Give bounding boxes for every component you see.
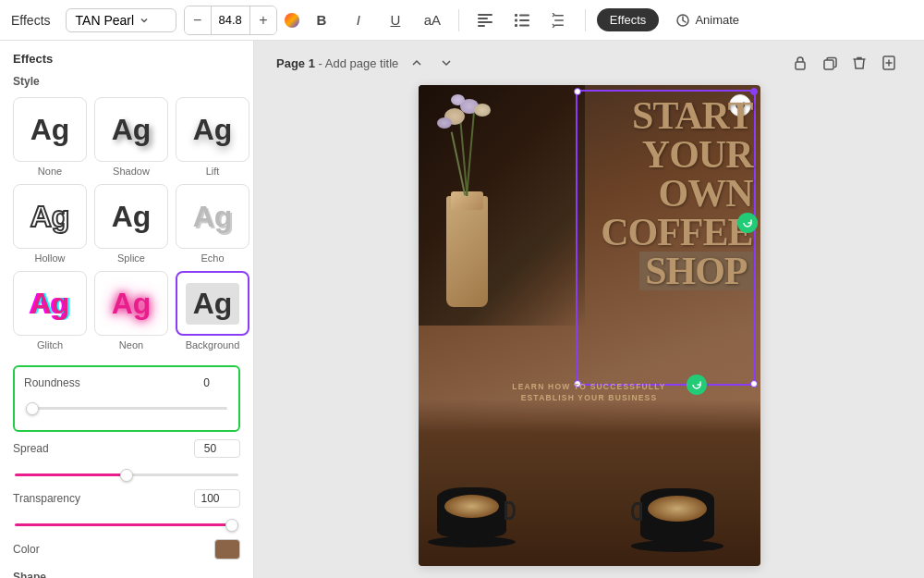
collab-icon-2 bbox=[737, 213, 758, 233]
collab-icon-1 bbox=[687, 375, 707, 395]
animate-button[interactable]: Animate bbox=[666, 8, 748, 32]
font-dropdown[interactable]: TAN Pearl bbox=[66, 8, 176, 32]
style-neon-ag: Ag bbox=[112, 287, 152, 321]
line-height-button[interactable] bbox=[544, 6, 574, 35]
style-background[interactable]: Ag Background bbox=[176, 271, 249, 350]
svg-rect-12 bbox=[554, 24, 564, 26]
svg-rect-10 bbox=[554, 15, 564, 17]
roundness-row: Roundness bbox=[24, 375, 229, 391]
font-size-increase-button[interactable]: + bbox=[250, 6, 276, 34]
effects-active-button[interactable]: Effects bbox=[597, 8, 660, 31]
transparency-label: Transparency bbox=[13, 492, 80, 505]
font-size-value: 84.8 bbox=[211, 6, 250, 34]
color-row: Color bbox=[13, 539, 240, 560]
style-none-preview[interactable]: Ag bbox=[13, 97, 87, 162]
style-hollow[interactable]: Ag Hollow bbox=[13, 184, 87, 264]
underline-button[interactable]: U bbox=[381, 6, 410, 35]
style-glitch[interactable]: Ag Glitch bbox=[13, 271, 87, 350]
style-neon[interactable]: Ag Neon bbox=[94, 271, 168, 350]
delete-button[interactable] bbox=[846, 50, 872, 76]
lock-button[interactable] bbox=[787, 50, 813, 76]
style-splice-label: Splice bbox=[117, 252, 145, 264]
svg-rect-3 bbox=[478, 25, 485, 27]
canvas-text-block[interactable]: START YOUR OWN COFFEE SHOP bbox=[578, 96, 753, 290]
bold-button[interactable]: B bbox=[307, 6, 336, 35]
color-picker-icon[interactable] bbox=[285, 13, 299, 28]
transparency-input[interactable] bbox=[194, 489, 240, 508]
coffee-cup-2 bbox=[640, 488, 723, 552]
canvas-card: START YOUR OWN COFFEE SHOP LEARN HOW TO … bbox=[419, 85, 760, 566]
roundness-label: Roundness bbox=[24, 376, 80, 389]
lock-icon bbox=[794, 55, 807, 70]
main-area: Effects Style Ag None Ag Shadow Ag bbox=[0, 41, 924, 578]
page-tools bbox=[787, 50, 902, 76]
transparency-slider[interactable] bbox=[15, 523, 238, 526]
style-none-label: None bbox=[38, 166, 62, 177]
floral-decoration bbox=[419, 85, 585, 326]
svg-rect-14 bbox=[796, 62, 805, 69]
shape-section-title: Shape bbox=[13, 571, 240, 578]
roundness-slider[interactable] bbox=[26, 407, 227, 410]
add-page-button[interactable] bbox=[876, 50, 902, 76]
page-label: Page 1 - Add page title bbox=[276, 56, 398, 70]
list-button[interactable] bbox=[507, 6, 537, 35]
align-left-icon bbox=[478, 14, 492, 27]
headline-coffee: COFFEE bbox=[578, 213, 753, 252]
spread-row: Spread bbox=[13, 439, 240, 458]
color-swatch[interactable] bbox=[214, 539, 240, 560]
page-up-button[interactable] bbox=[406, 52, 428, 74]
spread-input[interactable] bbox=[194, 439, 240, 458]
style-neon-label: Neon bbox=[119, 339, 143, 350]
spread-label: Spread bbox=[13, 442, 49, 455]
page-down-button[interactable] bbox=[435, 52, 457, 74]
roundness-input[interactable] bbox=[192, 375, 229, 391]
duplicate-button[interactable] bbox=[817, 50, 843, 76]
font-size-decrease-button[interactable]: − bbox=[185, 6, 211, 34]
style-splice[interactable]: Ag Splice bbox=[94, 184, 168, 264]
add-page-icon bbox=[882, 55, 895, 70]
style-echo-preview[interactable]: Ag bbox=[176, 184, 249, 249]
style-echo[interactable]: Ag Echo bbox=[176, 184, 249, 264]
style-neon-preview[interactable]: Ag bbox=[94, 271, 168, 336]
add-page-title[interactable]: - Add page title bbox=[319, 56, 399, 70]
coffee-cup-1 bbox=[437, 487, 516, 547]
style-grid: Ag None Ag Shadow Ag Lift bbox=[13, 97, 240, 350]
roundness-section: Roundness bbox=[13, 365, 240, 432]
style-lift[interactable]: Ag Lift bbox=[176, 97, 249, 177]
top-toolbar: Effects TAN Pearl − 84.8 + B I U aA Effe… bbox=[0, 0, 924, 41]
style-hollow-preview[interactable]: Ag bbox=[13, 184, 87, 249]
color-label: Color bbox=[13, 543, 40, 556]
animate-label: Animate bbox=[695, 13, 739, 27]
align-left-button[interactable] bbox=[470, 6, 500, 35]
svg-rect-1 bbox=[478, 18, 488, 19]
transparency-row: Transparency bbox=[13, 489, 240, 508]
style-lift-ag: Ag bbox=[193, 113, 233, 147]
style-background-ag: Ag bbox=[186, 283, 240, 325]
page-number: Page 1 bbox=[276, 56, 315, 70]
style-glitch-ag: Ag bbox=[30, 287, 70, 321]
trash-icon bbox=[853, 55, 866, 70]
style-glitch-preview[interactable]: Ag bbox=[13, 271, 87, 336]
style-lift-preview[interactable]: Ag bbox=[176, 97, 249, 162]
left-panel: Effects Style Ag None Ag Shadow Ag bbox=[0, 41, 254, 578]
spread-slider-container bbox=[13, 463, 240, 480]
svg-rect-9 bbox=[519, 24, 529, 26]
svg-rect-15 bbox=[824, 60, 833, 69]
style-shadow[interactable]: Ag Shadow bbox=[94, 97, 168, 177]
style-background-preview[interactable]: Ag bbox=[176, 271, 249, 336]
style-shadow-preview[interactable]: Ag bbox=[94, 97, 168, 162]
canvas-subtext: LEARN HOW TO SUCCESSFULLY ESTABLISH YOUR… bbox=[419, 381, 760, 405]
spread-slider[interactable] bbox=[15, 473, 238, 476]
svg-rect-2 bbox=[478, 21, 492, 23]
italic-button[interactable]: I bbox=[344, 6, 373, 35]
chevron-down-icon-2 bbox=[442, 59, 451, 67]
case-button[interactable]: aA bbox=[418, 6, 447, 35]
style-splice-preview[interactable]: Ag bbox=[94, 184, 168, 249]
svg-rect-8 bbox=[515, 24, 517, 27]
separator-2 bbox=[585, 9, 586, 31]
font-size-control: − 84.8 + bbox=[184, 6, 277, 35]
line-height-icon bbox=[552, 13, 566, 28]
style-none[interactable]: Ag None bbox=[13, 97, 87, 177]
headline-start: START bbox=[578, 96, 753, 135]
chevron-up-icon bbox=[412, 59, 421, 67]
